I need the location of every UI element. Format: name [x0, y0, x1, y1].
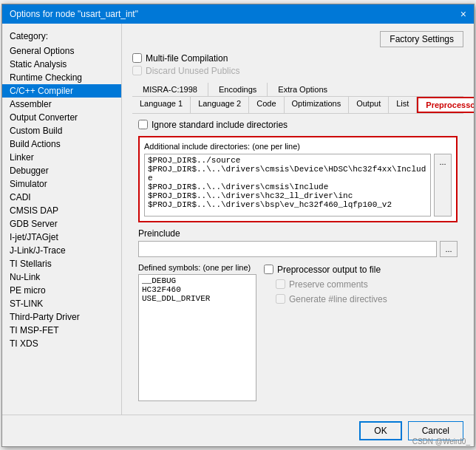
sidebar-item-nu-link[interactable]: Nu-Link — [2, 270, 121, 284]
watermark: CSDN @Weird0_ — [412, 437, 470, 446]
sidebar-item-pe-micro[interactable]: PE micro — [2, 284, 121, 297]
sidebar-item-gdb-server[interactable]: GDB Server — [2, 217, 121, 231]
row2-tab-optimizations[interactable]: Optimizations — [285, 97, 350, 113]
generate-directives-row: Generate #line directives — [264, 294, 387, 304]
dialog-footer: OK Cancel — [2, 415, 474, 446]
sidebar-item-c/c++-compiler[interactable]: C/C++ Compiler — [2, 84, 121, 98]
row1-tab-encodings[interactable]: Encodings — [208, 83, 268, 96]
sidebar-item-general-options[interactable]: General Options — [2, 44, 121, 58]
discard-unused-row: Discard Unused Publics — [132, 66, 463, 76]
sidebar-item-cadi[interactable]: CADI — [2, 191, 121, 204]
ignore-row: Ignore standard include directories — [138, 120, 458, 130]
generate-directives-label: Generate #line directives — [289, 294, 387, 304]
include-section: Additional include directories: (one per… — [138, 136, 458, 222]
checkboxes-area: Multi-file Compilation Discard Unused Pu… — [132, 53, 463, 78]
ok-button[interactable]: OK — [359, 421, 401, 440]
sidebar-item-simulator[interactable]: Simulator — [2, 177, 121, 191]
row2-tab-code[interactable]: Code — [249, 97, 284, 113]
preserve-comments-checkbox[interactable] — [276, 279, 285, 289]
preserve-comments-row: Preserve comments — [264, 279, 387, 290]
multi-file-checkbox[interactable] — [132, 53, 142, 63]
preprocessor-output-checkbox[interactable] — [264, 265, 273, 274]
preinclude-input[interactable] — [138, 241, 437, 257]
preserve-comments-label: Preserve comments — [289, 279, 368, 290]
preprocessor-output-label: Preprocessor output to file — [277, 265, 381, 275]
sidebar-item-ti-msp-fet[interactable]: TI MSP-FET — [2, 324, 121, 337]
sidebar: Category: General OptionsStatic Analysis… — [2, 24, 122, 415]
tabs-outer: MISRA-C:1998EncodingsExtra Options Langu… — [132, 83, 463, 114]
row2-tab-output[interactable]: Output — [349, 97, 389, 113]
multi-file-label: Multi-file Compilation — [146, 53, 228, 64]
multi-file-row: Multi-file Compilation — [132, 53, 463, 64]
row2-tab-list[interactable]: List — [389, 97, 417, 113]
dialog-title: Options for node "usart_uart_int" — [10, 9, 138, 19]
row1-tab-extra-options[interactable]: Extra Options — [268, 83, 338, 96]
row2-tab-language-1[interactable]: Language 1 — [132, 97, 191, 113]
generate-directives-checkbox[interactable] — [276, 294, 285, 304]
preinclude-label: Preinclude — [138, 228, 458, 239]
include-dirs-textarea[interactable] — [144, 154, 431, 217]
defined-right: Preprocessor output to file Preserve com… — [264, 263, 387, 401]
sidebar-item-debugger[interactable]: Debugger — [2, 164, 121, 177]
row2-tabs: Language 1Language 2CodeOptimizationsOut… — [132, 97, 463, 114]
sidebar-item-third-party-driver[interactable]: Third-Party Driver — [2, 310, 121, 324]
sidebar-item-linker[interactable]: Linker — [2, 151, 121, 164]
dialog-body: Category: General OptionsStatic Analysis… — [2, 24, 474, 415]
preinclude-browse-button[interactable]: ... — [440, 241, 458, 257]
sidebar-item-cmsis-dap[interactable]: CMSIS DAP — [2, 204, 121, 217]
ignore-checkbox[interactable] — [138, 120, 148, 129]
defined-label: Defined symbols: (one per line) — [138, 263, 256, 272]
options-dialog: Options for node "usart_uart_int" × Cate… — [1, 4, 475, 447]
include-section-label: Additional include directories: (one per… — [144, 142, 452, 151]
defined-symbols-textarea[interactable] — [138, 274, 256, 401]
include-textarea-row: ... — [144, 154, 452, 217]
row2-tab-preprocessor[interactable]: Preprocessor — [417, 97, 474, 113]
include-browse-button[interactable]: ... — [434, 154, 452, 217]
sidebar-item-static-analysis[interactable]: Static Analysis — [2, 58, 121, 71]
preinclude-section: Preinclude ... — [138, 228, 458, 257]
discard-unused-checkbox[interactable] — [132, 66, 142, 75]
ignore-label: Ignore standard include directories — [152, 120, 288, 130]
preinclude-input-row: ... — [138, 241, 458, 257]
category-label: Category: — [2, 30, 121, 44]
factory-settings-button[interactable]: Factory Settings — [380, 31, 463, 47]
top-bar: Factory Settings — [132, 31, 463, 47]
sidebar-item-i-jet/jtagjet[interactable]: I-jet/JTAGjet — [2, 231, 121, 244]
sidebar-item-build-actions[interactable]: Build Actions — [2, 137, 121, 151]
defined-left: Defined symbols: (one per line) — [138, 263, 256, 401]
row1-tabs: MISRA-C:1998EncodingsExtra Options — [132, 83, 463, 97]
close-button[interactable]: × — [460, 9, 466, 19]
row1-tab-misra-c-1998[interactable]: MISRA-C:1998 — [132, 83, 208, 96]
tab-content: Ignore standard include directories Addi… — [132, 114, 463, 407]
title-bar: Options for node "usart_uart_int" × — [2, 4, 474, 24]
sidebar-item-output-converter[interactable]: Output Converter — [2, 111, 121, 124]
sidebar-item-runtime-checking[interactable]: Runtime Checking — [2, 71, 121, 84]
discard-unused-label: Discard Unused Publics — [146, 66, 239, 76]
sidebar-item-ti-xds[interactable]: TI XDS — [2, 337, 121, 350]
sidebar-item-st-link[interactable]: ST-LINK — [2, 297, 121, 310]
main-content: Factory Settings Multi-file Compilation … — [122, 24, 474, 415]
defined-section: Defined symbols: (one per line) Preproce… — [138, 263, 458, 401]
sidebar-item-assembler[interactable]: Assembler — [2, 98, 121, 111]
row2-tab-language-2[interactable]: Language 2 — [191, 97, 249, 113]
preprocessor-output-row: Preprocessor output to file — [264, 265, 387, 275]
sidebar-item-j-link/j-trace[interactable]: J-Link/J-Trace — [2, 244, 121, 257]
sidebar-item-custom-build[interactable]: Custom Build — [2, 124, 121, 137]
sidebar-item-ti-stellaris[interactable]: TI Stellaris — [2, 257, 121, 270]
